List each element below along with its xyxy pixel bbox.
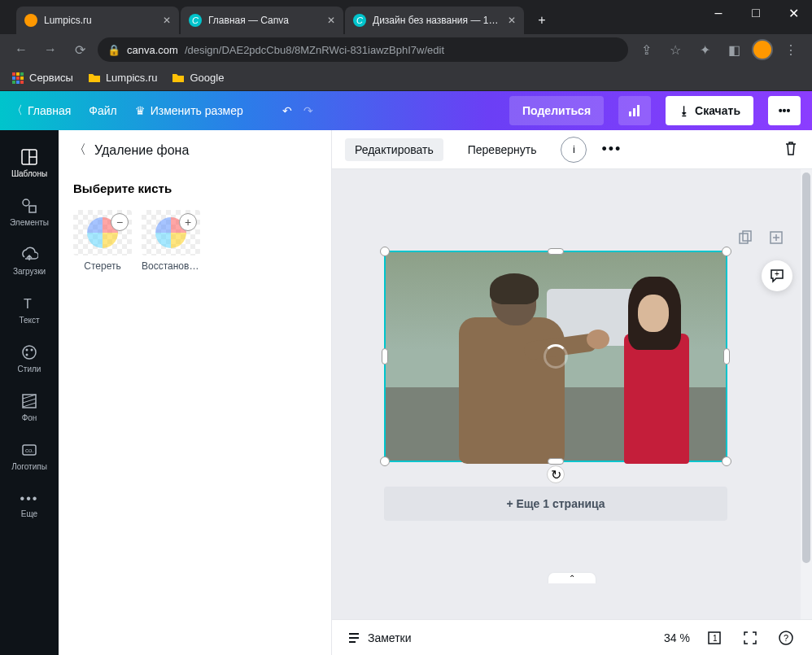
download-button[interactable]: ⭳ Скачать — [666, 96, 753, 125]
rail-text[interactable]: T Текст — [0, 285, 59, 334]
more-options-button[interactable]: ••• — [601, 141, 622, 158]
bookmark-label: Сервисы — [29, 72, 73, 84]
vertical-scrollbar[interactable] — [801, 169, 812, 619]
svg-rect-6 — [12, 81, 15, 84]
resize-handle[interactable] — [380, 247, 390, 256]
tab-title: Дизайн без названия — 1200 — [373, 15, 503, 26]
close-icon[interactable]: ✕ — [163, 15, 171, 26]
favicon-icon — [24, 14, 37, 27]
more-icon: ••• — [20, 491, 39, 506]
share-button[interactable]: Поделиться — [509, 96, 604, 125]
app-toolbar: 〈 Главная Файл ♛ Изменить размер ↶ ↷ Под… — [0, 91, 812, 130]
brush-restore[interactable]: + Восстанови… — [142, 210, 200, 272]
svg-point-18 — [23, 346, 36, 359]
expand-pages-handle[interactable]: ⌃ — [548, 572, 596, 583]
browser-tab-active[interactable]: C Дизайн без названия — 1200 ✕ — [345, 7, 524, 34]
bookmark-folder[interactable]: Lumpics.ru — [88, 72, 158, 85]
duplicate-page-button[interactable] — [734, 226, 757, 249]
bookmark-folder[interactable]: Google — [172, 72, 224, 85]
page-count-button[interactable]: 1 — [703, 627, 726, 649]
file-menu[interactable]: Файл — [89, 104, 116, 117]
rail-label: Еще — [21, 509, 37, 518]
nav-back-button[interactable]: ← — [10, 38, 33, 61]
nav-reload-button[interactable]: ⟳ — [68, 38, 91, 61]
svg-rect-5 — [20, 76, 24, 80]
home-button[interactable]: 〈 Главная — [11, 103, 71, 118]
fullscreen-button[interactable] — [739, 627, 762, 649]
flip-button[interactable]: Перевернуть — [458, 138, 547, 161]
edit-image-button[interactable]: Редактировать — [345, 138, 443, 161]
resize-handle[interactable] — [380, 456, 390, 466]
browser-tabstrip: Lumpics.ru ✕ C Главная — Canva ✕ C Дизай… — [0, 0, 812, 34]
resize-handle[interactable] — [548, 458, 564, 465]
window-maximize[interactable]: □ — [737, 0, 775, 26]
close-icon[interactable]: ✕ — [327, 15, 335, 26]
notes-button[interactable]: Заметки — [347, 631, 412, 645]
add-page-button[interactable] — [765, 226, 788, 249]
resize-button[interactable]: ♛ Изменить размер — [135, 104, 243, 117]
canvas-page[interactable]: ↻ — [384, 251, 727, 462]
browser-tab[interactable]: C Главная — Canva ✕ — [181, 7, 343, 34]
svg-rect-1 — [16, 72, 20, 76]
zoom-level[interactable]: 34 % — [664, 631, 690, 644]
chevron-left-icon: 〈 — [11, 103, 23, 118]
rotate-handle[interactable]: ↻ — [547, 465, 565, 483]
bookmark-apps[interactable]: Сервисы — [11, 72, 73, 85]
comment-fab[interactable]: + — [762, 260, 792, 291]
window-close[interactable]: ✕ — [775, 0, 812, 26]
rail-templates[interactable]: Шаблоны — [0, 138, 59, 187]
browser-tab[interactable]: Lumpics.ru ✕ — [16, 7, 179, 34]
resize-handle[interactable] — [382, 348, 388, 365]
new-tab-button[interactable]: + — [530, 9, 553, 32]
svg-rect-2 — [20, 72, 24, 76]
rail-styles[interactable]: Стили — [0, 334, 59, 382]
rail-elements[interactable]: Элементы — [0, 187, 59, 236]
share-url-icon[interactable]: ⇪ — [635, 38, 657, 61]
resize-handle[interactable] — [548, 248, 564, 255]
profile-avatar[interactable] — [752, 39, 773, 60]
canvas-viewport[interactable]: + ↻ + Еще — [332, 169, 812, 619]
logos-icon: co. — [20, 441, 38, 459]
extensions-icon[interactable]: ✦ — [693, 38, 716, 61]
add-page-bar[interactable]: + Еще 1 страница — [384, 487, 727, 521]
url-domain: canva.com — [127, 44, 178, 56]
side-rail: Шаблоны Элементы Загрузки T Текст Стили … — [0, 130, 59, 655]
sidepanel-icon[interactable]: ◧ — [723, 38, 745, 61]
undo-button[interactable]: ↶ — [282, 104, 292, 117]
url-input[interactable]: 🔒 canva.com/design/DAE2pdcCbu8/8MZnRWci-… — [98, 37, 628, 62]
help-icon: ? — [778, 630, 794, 646]
more-menu-button[interactable]: ••• — [768, 96, 801, 125]
analytics-button[interactable] — [618, 96, 651, 125]
svg-text:?: ? — [784, 633, 788, 643]
svg-text:T: T — [24, 297, 32, 311]
rail-logos[interactable]: co. Логотипы — [0, 431, 59, 480]
help-button[interactable]: ? — [775, 627, 797, 649]
rail-uploads[interactable]: Загрузки — [0, 236, 59, 285]
rail-label: Шаблоны — [11, 169, 47, 178]
resize-handle[interactable] — [722, 456, 731, 466]
brush-thumb: + — [142, 210, 200, 255]
nav-forward-button[interactable]: → — [39, 38, 62, 61]
lock-icon: 🔒 — [107, 44, 120, 56]
resize-handle[interactable] — [723, 348, 730, 365]
close-icon[interactable]: ✕ — [508, 15, 516, 26]
canvas-area: Редактировать Перевернуть i ••• + — [332, 130, 812, 655]
info-button[interactable]: i — [561, 137, 587, 163]
resize-handle[interactable] — [722, 247, 731, 256]
comment-icon: + — [769, 268, 785, 284]
svg-rect-0 — [12, 72, 15, 76]
bookmark-star-icon[interactable]: ☆ — [664, 38, 687, 61]
svg-rect-16 — [29, 206, 36, 212]
panel-back-button[interactable]: 〈 Удаление фона — [73, 142, 317, 159]
rail-background[interactable]: Фон — [0, 382, 59, 431]
svg-point-21 — [26, 353, 28, 356]
svg-rect-4 — [16, 76, 20, 80]
loading-spinner-icon — [544, 344, 568, 369]
brush-erase[interactable]: − Стереть — [73, 210, 132, 272]
window-minimize[interactable]: – — [700, 0, 737, 26]
delete-button[interactable] — [783, 140, 799, 159]
brush-label: Стереть — [73, 260, 132, 272]
rail-more[interactable]: ••• Еще — [0, 480, 59, 529]
browser-menu-icon[interactable]: ⋮ — [779, 38, 802, 61]
redo-button[interactable]: ↷ — [303, 104, 313, 117]
